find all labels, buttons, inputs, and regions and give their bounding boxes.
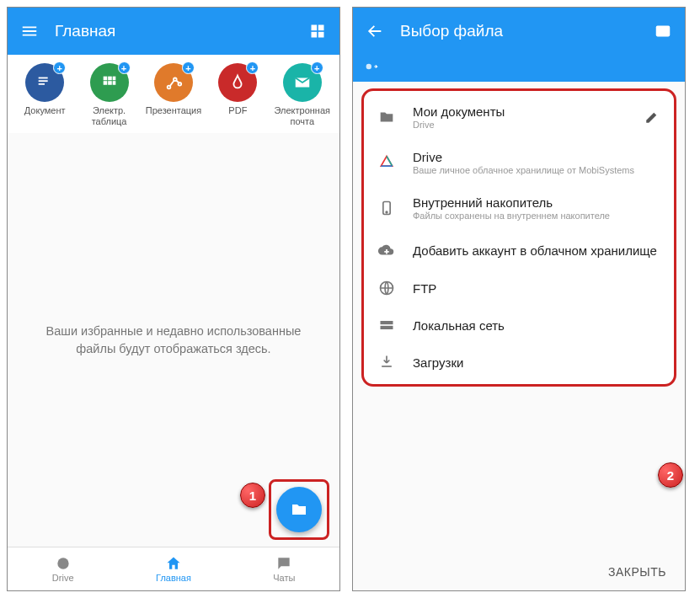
folder-icon bbox=[376, 108, 398, 126]
storage-my-documents[interactable]: Мои документыDrive bbox=[364, 94, 674, 140]
nav-chats[interactable]: Чаты bbox=[229, 547, 339, 590]
svg-rect-23 bbox=[381, 326, 393, 329]
lan-icon bbox=[376, 317, 398, 334]
create-row: + Документ + Электр. таблица + Презентац… bbox=[8, 55, 339, 133]
globe-icon bbox=[376, 280, 398, 296]
browse-fab[interactable] bbox=[276, 487, 322, 532]
svg-rect-9 bbox=[112, 77, 115, 81]
cloud-plus-icon bbox=[376, 241, 398, 259]
phone-icon bbox=[376, 200, 398, 216]
svg-rect-5 bbox=[39, 80, 48, 82]
create-email[interactable]: + Электронная почта bbox=[272, 63, 333, 126]
svg-rect-6 bbox=[39, 83, 45, 85]
storage-drive[interactable]: DriveВаше личное облачное хранилище от M… bbox=[364, 140, 674, 185]
svg-rect-12 bbox=[112, 81, 115, 85]
bottom-nav: Drive Главная Чаты bbox=[8, 547, 339, 590]
appbar: Главная bbox=[8, 8, 339, 55]
nav-drive[interactable]: Drive bbox=[8, 547, 118, 590]
drive-icon bbox=[376, 154, 398, 171]
edit-icon[interactable] bbox=[642, 107, 662, 127]
svg-rect-24 bbox=[382, 366, 392, 367]
storage-downloads[interactable]: Загрузки bbox=[364, 344, 674, 381]
svg-rect-22 bbox=[381, 321, 393, 324]
svg-rect-7 bbox=[103, 77, 107, 81]
storage-ftp[interactable]: FTP bbox=[364, 270, 674, 307]
back-icon[interactable] bbox=[365, 21, 385, 41]
breadcrumb bbox=[353, 55, 685, 82]
svg-point-18 bbox=[366, 64, 371, 69]
svg-rect-0 bbox=[312, 25, 318, 31]
close-button[interactable]: ЗАКРЫТЬ bbox=[353, 553, 685, 590]
view-grid-icon[interactable] bbox=[307, 21, 328, 41]
create-document[interactable]: + Документ bbox=[14, 63, 75, 126]
svg-point-20 bbox=[386, 211, 387, 213]
svg-rect-17 bbox=[656, 26, 671, 37]
svg-rect-1 bbox=[318, 25, 324, 31]
callout-badge-1: 1 bbox=[240, 483, 265, 508]
storage-internal[interactable]: Внутренний накопительФайлы сохранены на … bbox=[364, 185, 674, 231]
svg-point-16 bbox=[57, 558, 68, 569]
storage-list-highlight: Мои документыDrive DriveВаше личное обла… bbox=[361, 88, 676, 387]
fab-highlight bbox=[269, 479, 329, 540]
svg-rect-10 bbox=[103, 81, 107, 85]
create-spreadsheet[interactable]: + Электр. таблица bbox=[79, 63, 140, 126]
svg-rect-8 bbox=[108, 77, 112, 81]
create-presentation[interactable]: + Презентация bbox=[143, 63, 204, 126]
download-icon bbox=[376, 354, 398, 371]
app-logo-icon[interactable] bbox=[653, 21, 673, 41]
svg-rect-4 bbox=[39, 77, 48, 79]
appbar-title: Выбор файла bbox=[400, 22, 638, 40]
appbar-title: Главная bbox=[55, 22, 292, 40]
menu-icon[interactable] bbox=[19, 21, 40, 41]
nav-home[interactable]: Главная bbox=[118, 547, 228, 590]
svg-rect-11 bbox=[108, 81, 112, 85]
svg-rect-2 bbox=[312, 32, 318, 38]
svg-rect-3 bbox=[318, 32, 324, 38]
appbar: Выбор файла bbox=[353, 8, 685, 55]
callout-badge-2: 2 bbox=[658, 462, 683, 488]
storage-add-cloud[interactable]: Добавить аккаунт в облачном хранилище bbox=[364, 231, 674, 270]
create-pdf[interactable]: + PDF bbox=[207, 63, 268, 126]
screen-file-picker: Выбор файла Мои документыDrive DriveВаше… bbox=[352, 7, 686, 591]
storage-lan[interactable]: Локальная сеть bbox=[364, 307, 674, 344]
screen-home: Главная + Документ + Электр. таблица + П… bbox=[7, 7, 340, 591]
